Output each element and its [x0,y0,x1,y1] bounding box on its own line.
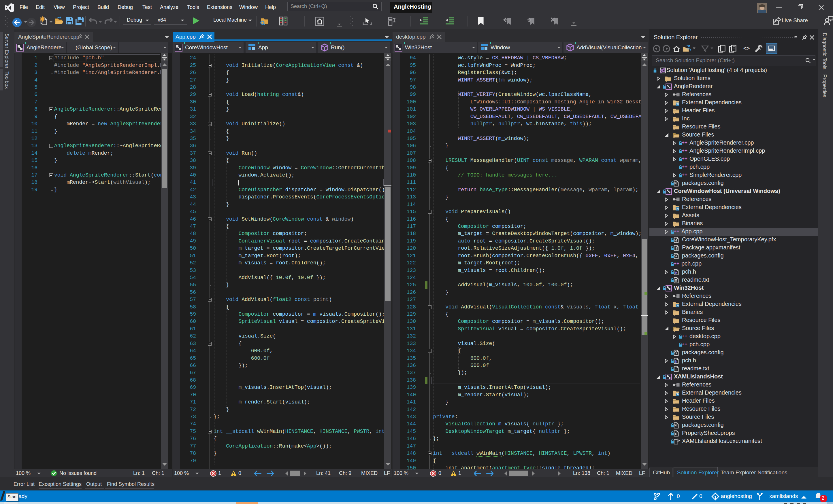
svg-text:h: h [675,271,677,275]
svg-text:h: h [675,360,677,364]
